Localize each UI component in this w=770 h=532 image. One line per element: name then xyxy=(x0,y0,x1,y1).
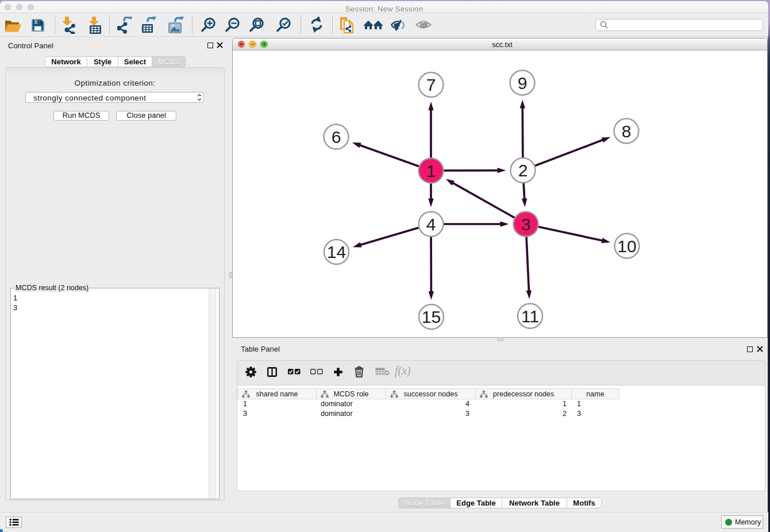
svg-text:3: 3 xyxy=(521,215,531,234)
svg-text:9: 9 xyxy=(518,74,528,92)
svg-text:2: 2 xyxy=(518,161,528,180)
svg-text:4: 4 xyxy=(426,215,436,234)
svg-text:1: 1 xyxy=(426,161,436,180)
svg-text:7: 7 xyxy=(426,75,436,94)
svg-text:8: 8 xyxy=(622,122,632,141)
svg-text:10: 10 xyxy=(617,237,636,256)
svg-text:15: 15 xyxy=(422,307,441,326)
svg-text:11: 11 xyxy=(521,307,539,326)
svg-text:6: 6 xyxy=(332,128,341,147)
svg-text:14: 14 xyxy=(327,242,346,261)
